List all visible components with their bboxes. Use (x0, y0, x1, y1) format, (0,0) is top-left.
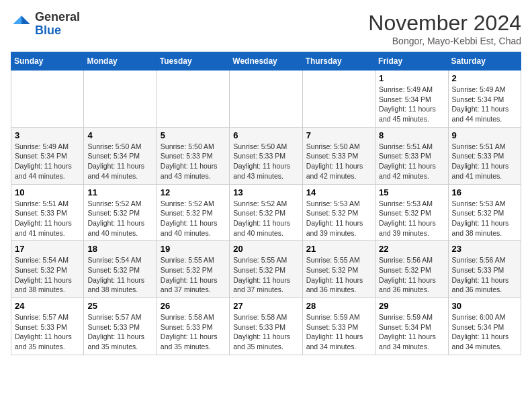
calendar-cell: 7Sunrise: 5:50 AM Sunset: 5:33 PM Daylig… (302, 127, 375, 184)
day-number: 21 (306, 244, 371, 254)
logo-general-text: General (35, 11, 80, 24)
day-info: Sunrise: 5:49 AM Sunset: 5:34 PM Dayligh… (15, 142, 80, 181)
day-number: 1 (379, 73, 444, 83)
day-number: 6 (233, 130, 298, 140)
calendar-cell: 4Sunrise: 5:50 AM Sunset: 5:34 PM Daylig… (84, 127, 157, 184)
day-info: Sunrise: 5:58 AM Sunset: 5:33 PM Dayligh… (233, 312, 298, 352)
calendar-week-2: 3Sunrise: 5:49 AM Sunset: 5:34 PM Daylig… (11, 127, 521, 184)
weekday-row: SundayMondayTuesdayWednesdayThursdayFrid… (11, 52, 521, 71)
day-info: Sunrise: 5:55 AM Sunset: 5:32 PM Dayligh… (306, 255, 371, 295)
day-number: 9 (452, 130, 517, 140)
calendar-cell: 22Sunrise: 5:56 AM Sunset: 5:32 PM Dayli… (375, 241, 448, 298)
day-number: 18 (87, 244, 152, 254)
calendar-cell: 17Sunrise: 5:54 AM Sunset: 5:32 PM Dayli… (11, 241, 84, 298)
calendar-week-3: 10Sunrise: 5:51 AM Sunset: 5:33 PM Dayli… (11, 184, 521, 241)
day-info: Sunrise: 5:50 AM Sunset: 5:34 PM Dayligh… (87, 142, 152, 181)
weekday-header-wednesday: Wednesday (230, 52, 302, 71)
day-number: 23 (452, 244, 517, 254)
day-info: Sunrise: 5:50 AM Sunset: 5:33 PM Dayligh… (161, 142, 226, 181)
day-info: Sunrise: 5:50 AM Sunset: 5:33 PM Dayligh… (306, 142, 371, 181)
day-number: 14 (306, 187, 371, 197)
day-number: 29 (379, 301, 444, 311)
day-number: 25 (87, 301, 152, 311)
day-number: 20 (233, 244, 298, 254)
day-info: Sunrise: 5:49 AM Sunset: 5:34 PM Dayligh… (452, 85, 517, 124)
calendar-cell: 10Sunrise: 5:51 AM Sunset: 5:33 PM Dayli… (11, 184, 84, 241)
day-info: Sunrise: 6:00 AM Sunset: 5:34 PM Dayligh… (452, 312, 517, 352)
calendar-cell (84, 71, 157, 128)
day-number: 8 (379, 130, 444, 140)
day-number: 4 (87, 130, 152, 140)
day-info: Sunrise: 5:51 AM Sunset: 5:33 PM Dayligh… (15, 199, 80, 238)
day-number: 5 (161, 130, 226, 140)
calendar-cell (302, 71, 375, 128)
calendar-cell: 1Sunrise: 5:49 AM Sunset: 5:34 PM Daylig… (375, 71, 448, 128)
day-number: 15 (379, 187, 444, 197)
calendar-cell: 18Sunrise: 5:54 AM Sunset: 5:32 PM Dayli… (84, 241, 157, 298)
calendar-cell: 19Sunrise: 5:55 AM Sunset: 5:32 PM Dayli… (157, 241, 229, 298)
day-info: Sunrise: 5:52 AM Sunset: 5:32 PM Dayligh… (87, 199, 152, 238)
logo-icon (11, 13, 32, 35)
day-number: 19 (161, 244, 226, 254)
day-info: Sunrise: 5:57 AM Sunset: 5:33 PM Dayligh… (87, 312, 152, 352)
day-info: Sunrise: 5:59 AM Sunset: 5:34 PM Dayligh… (379, 312, 444, 352)
calendar-cell: 24Sunrise: 5:57 AM Sunset: 5:33 PM Dayli… (11, 298, 84, 355)
calendar-week-4: 17Sunrise: 5:54 AM Sunset: 5:32 PM Dayli… (11, 241, 521, 298)
calendar-body: 1Sunrise: 5:49 AM Sunset: 5:34 PM Daylig… (11, 71, 521, 355)
day-info: Sunrise: 5:53 AM Sunset: 5:32 PM Dayligh… (306, 199, 371, 238)
calendar-cell: 8Sunrise: 5:51 AM Sunset: 5:33 PM Daylig… (375, 127, 448, 184)
day-number: 30 (452, 301, 517, 311)
weekday-header-tuesday: Tuesday (157, 52, 229, 71)
day-number: 2 (452, 73, 517, 83)
day-info: Sunrise: 5:54 AM Sunset: 5:32 PM Dayligh… (15, 255, 80, 295)
day-number: 10 (15, 187, 80, 197)
day-number: 7 (306, 130, 371, 140)
day-info: Sunrise: 5:51 AM Sunset: 5:33 PM Dayligh… (379, 142, 444, 181)
calendar-week-5: 24Sunrise: 5:57 AM Sunset: 5:33 PM Dayli… (11, 298, 521, 355)
day-number: 26 (161, 301, 226, 311)
day-number: 12 (161, 187, 226, 197)
day-number: 24 (15, 301, 80, 311)
day-info: Sunrise: 5:57 AM Sunset: 5:33 PM Dayligh… (15, 312, 80, 352)
day-number: 22 (379, 244, 444, 254)
day-info: Sunrise: 5:52 AM Sunset: 5:32 PM Dayligh… (161, 199, 226, 238)
calendar-cell: 25Sunrise: 5:57 AM Sunset: 5:33 PM Dayli… (84, 298, 157, 355)
day-info: Sunrise: 5:59 AM Sunset: 5:33 PM Dayligh… (306, 312, 371, 352)
day-info: Sunrise: 5:56 AM Sunset: 5:32 PM Dayligh… (379, 255, 444, 295)
day-info: Sunrise: 5:53 AM Sunset: 5:32 PM Dayligh… (379, 199, 444, 238)
calendar-cell: 30Sunrise: 6:00 AM Sunset: 5:34 PM Dayli… (448, 298, 521, 355)
day-number: 11 (87, 187, 152, 197)
day-info: Sunrise: 5:51 AM Sunset: 5:33 PM Dayligh… (452, 142, 517, 181)
day-info: Sunrise: 5:58 AM Sunset: 5:33 PM Dayligh… (161, 312, 226, 352)
calendar-cell: 23Sunrise: 5:56 AM Sunset: 5:33 PM Dayli… (448, 241, 521, 298)
calendar-cell: 20Sunrise: 5:55 AM Sunset: 5:32 PM Dayli… (230, 241, 302, 298)
day-info: Sunrise: 5:50 AM Sunset: 5:33 PM Dayligh… (233, 142, 298, 181)
calendar-week-1: 1Sunrise: 5:49 AM Sunset: 5:34 PM Daylig… (11, 71, 521, 128)
calendar-cell: 15Sunrise: 5:53 AM Sunset: 5:32 PM Dayli… (375, 184, 448, 241)
weekday-header-saturday: Saturday (448, 52, 521, 71)
calendar-cell: 2Sunrise: 5:49 AM Sunset: 5:34 PM Daylig… (448, 71, 521, 128)
calendar-cell: 21Sunrise: 5:55 AM Sunset: 5:32 PM Dayli… (302, 241, 375, 298)
title-block: November 2024 Bongor, Mayo-Kebbi Est, Ch… (368, 11, 521, 46)
calendar-cell (230, 71, 302, 128)
calendar-cell: 14Sunrise: 5:53 AM Sunset: 5:32 PM Dayli… (302, 184, 375, 241)
calendar-cell: 3Sunrise: 5:49 AM Sunset: 5:34 PM Daylig… (11, 127, 84, 184)
day-number: 16 (452, 187, 517, 197)
calendar-cell (157, 71, 229, 128)
weekday-header-friday: Friday (375, 52, 448, 71)
day-number: 27 (233, 301, 298, 311)
calendar-cell: 16Sunrise: 5:53 AM Sunset: 5:32 PM Dayli… (448, 184, 521, 241)
logo-blue-text: Blue (35, 24, 80, 38)
day-info: Sunrise: 5:55 AM Sunset: 5:32 PM Dayligh… (161, 255, 226, 295)
calendar-cell: 6Sunrise: 5:50 AM Sunset: 5:33 PM Daylig… (230, 127, 302, 184)
day-number: 28 (306, 301, 371, 311)
day-info: Sunrise: 5:49 AM Sunset: 5:34 PM Dayligh… (379, 85, 444, 124)
day-info: Sunrise: 5:53 AM Sunset: 5:32 PM Dayligh… (452, 199, 517, 238)
day-info: Sunrise: 5:54 AM Sunset: 5:32 PM Dayligh… (87, 255, 152, 295)
svg-marker-1 (13, 15, 21, 24)
calendar-cell: 26Sunrise: 5:58 AM Sunset: 5:33 PM Dayli… (157, 298, 229, 355)
page-header: General Blue November 2024 Bongor, Mayo-… (11, 11, 521, 46)
calendar-cell: 11Sunrise: 5:52 AM Sunset: 5:32 PM Dayli… (84, 184, 157, 241)
calendar-table: SundayMondayTuesdayWednesdayThursdayFrid… (11, 52, 521, 355)
calendar-cell: 13Sunrise: 5:52 AM Sunset: 5:32 PM Dayli… (230, 184, 302, 241)
